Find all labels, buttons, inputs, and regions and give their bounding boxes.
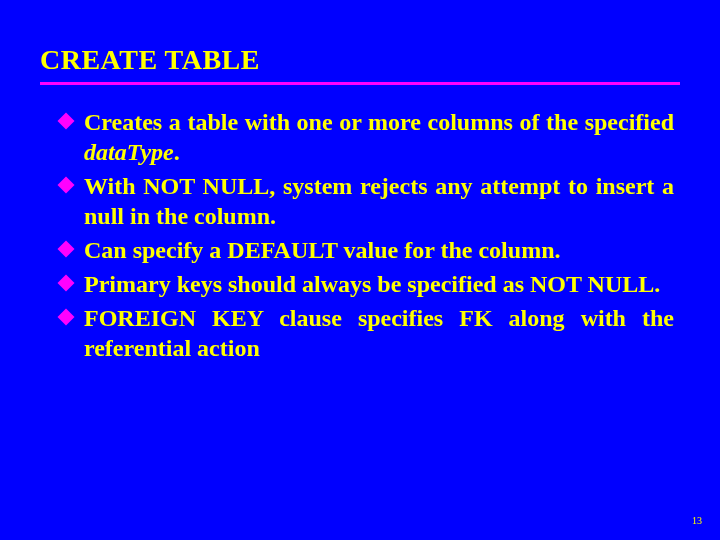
bullet-icon: [58, 113, 75, 130]
page-number: 13: [692, 515, 702, 526]
bullet-text-pre: Can specify a DEFAULT value for the colu…: [84, 237, 560, 263]
list-item: With NOT NULL, system rejects any attemp…: [60, 171, 674, 231]
bullet-text-em: dataType: [84, 139, 174, 165]
bullet-icon: [58, 241, 75, 258]
slide: CREATE TABLE Creates a table with one or…: [0, 0, 720, 540]
bullet-text-pre: FOREIGN KEY clause specifies FK along wi…: [84, 305, 674, 361]
bullet-icon: [58, 275, 75, 292]
bullet-text-pre: Primary keys should always be specified …: [84, 271, 660, 297]
list-item: FOREIGN KEY clause specifies FK along wi…: [60, 303, 674, 363]
list-item: Can specify a DEFAULT value for the colu…: [60, 235, 674, 265]
bullet-text-post: .: [174, 139, 180, 165]
slide-title: CREATE TABLE: [40, 44, 680, 85]
bullet-text-pre: Creates a table with one or more columns…: [84, 109, 674, 135]
bullet-text-pre: With NOT NULL, system rejects any attemp…: [84, 173, 674, 229]
list-item: Creates a table with one or more columns…: [60, 107, 674, 167]
bullet-icon: [58, 177, 75, 194]
bullet-list: Creates a table with one or more columns…: [40, 107, 680, 363]
bullet-icon: [58, 309, 75, 326]
list-item: Primary keys should always be specified …: [60, 269, 674, 299]
